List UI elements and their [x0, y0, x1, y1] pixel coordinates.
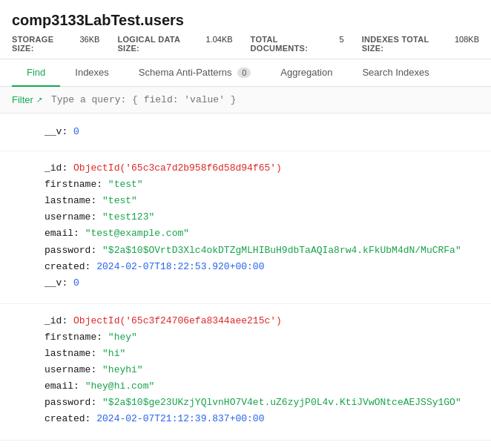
field-line: username: "test123": [45, 209, 476, 225]
field-value: "test@example.com": [85, 228, 189, 239]
field-value: "hey": [108, 332, 137, 343]
filter-label: Filter: [12, 94, 33, 105]
field-line: password: "$2a$10$ge23UKzjYQlvnHO7V4et.u…: [45, 395, 476, 411]
filter-button[interactable]: Filter ↗: [12, 94, 42, 105]
field-key: lastname:: [45, 195, 96, 206]
meta-value: 108KB: [455, 35, 479, 53]
field-line: created: 2024-02-07T18:22:53.920+00:00: [45, 259, 476, 275]
field-line: __v: 0: [45, 124, 476, 140]
tab-bar: FindIndexesSchema Anti-Patterns 0Aggrega…: [0, 59, 491, 87]
field-line: __v: 0: [45, 275, 476, 291]
field-key: _id:: [45, 162, 67, 174]
filter-input[interactable]: [51, 94, 479, 105]
field-value: "hey@hi.com": [85, 381, 155, 392]
tab-schema-anti-patterns[interactable]: Schema Anti-Patterns 0: [124, 59, 266, 87]
page-header: comp3133LabTest.users STORAGE SIZE:36KBL…: [0, 0, 491, 59]
field-value: "$2a$10$ge23UKzjYQlvnHO7V4et.uZ6zyjP0L4v…: [102, 397, 461, 408]
field-line: _id: ObjectId('65c3ca7d2b958f6d58d94f65'…: [45, 160, 476, 177]
meta-label: INDEXES TOTAL SIZE:: [362, 35, 452, 53]
field-value: "hi": [102, 348, 125, 359]
meta-item: LOGICAL DATA SIZE:1.04KB: [117, 35, 232, 53]
field-value: 0: [73, 277, 79, 289]
field-value: 2024-02-07T18:22:53.920+00:00: [96, 261, 264, 272]
field-line: password: "$2a$10$OVrtD3Xlc4okDTZgMLHIBu…: [45, 243, 476, 259]
field-key: __v:: [45, 126, 67, 137]
field-key: email:: [45, 228, 79, 239]
field-line: firstname: "hey": [45, 329, 476, 346]
document-item: __v: 0: [0, 113, 491, 151]
field-key: username:: [45, 211, 96, 223]
page-title: comp3133LabTest.users: [12, 12, 479, 29]
field-value: "$2a$10$OVrtD3Xlc4okDTZgMLHIBuH9dbTaAQIa…: [102, 245, 461, 256]
meta-item: STORAGE SIZE:36KB: [12, 35, 99, 53]
field-line: lastname: "test": [45, 193, 476, 209]
field-key: __v:: [45, 277, 67, 289]
meta-item: INDEXES TOTAL SIZE:108KB: [362, 35, 479, 53]
field-key: password:: [45, 397, 96, 408]
document-item: _id: ObjectId('65c3ca7d2b958f6d58d94f65'…: [0, 151, 491, 304]
meta-value: 5: [340, 35, 344, 53]
field-key: lastname:: [45, 348, 96, 359]
meta-value: 36KB: [79, 35, 99, 53]
field-line: email: "hey@hi.com": [45, 378, 476, 395]
field-value: "test": [102, 195, 137, 206]
field-line: _id: ObjectId('65c3f24706efa8344aee215c'…: [45, 313, 476, 329]
field-value: 0: [73, 126, 79, 137]
field-key: firstname:: [45, 179, 102, 190]
meta-label: LOGICAL DATA SIZE:: [117, 35, 202, 53]
field-value: ObjectId('65c3f24706efa8344aee215c'): [73, 315, 282, 326]
meta-label: TOTAL DOCUMENTS:: [251, 35, 337, 53]
results-container: __v: 0_id: ObjectId('65c3ca7d2b958f6d58d…: [0, 113, 491, 441]
filter-bar: Filter ↗: [0, 87, 491, 113]
meta-row: STORAGE SIZE:36KBLOGICAL DATA SIZE:1.04K…: [12, 35, 479, 53]
badge: 0: [237, 67, 251, 78]
field-line: email: "test@example.com": [45, 225, 476, 242]
tab-find[interactable]: Find: [12, 59, 60, 87]
field-value: "heyhi": [102, 364, 143, 375]
meta-item: TOTAL DOCUMENTS:5: [251, 35, 344, 53]
external-link-icon: ↗: [36, 96, 42, 104]
field-key: username:: [45, 364, 96, 375]
field-key: firstname:: [45, 332, 102, 343]
tab-indexes[interactable]: Indexes: [60, 59, 124, 87]
field-line: created: 2024-02-07T21:12:39.837+00:00: [45, 411, 476, 427]
field-key: _id:: [45, 315, 67, 326]
field-key: password:: [45, 245, 96, 256]
field-key: email:: [45, 381, 79, 392]
tab-search-indexes[interactable]: Search Indexes: [347, 59, 444, 87]
tab-aggregation[interactable]: Aggregation: [266, 59, 347, 87]
meta-value: 1.04KB: [206, 35, 233, 53]
field-line: lastname: "hi": [45, 346, 476, 362]
field-line: firstname: "test": [45, 177, 476, 193]
document-item: _id: ObjectId('65c3f24706efa8344aee215c'…: [0, 304, 491, 441]
field-value: "test": [108, 179, 143, 190]
field-value: ObjectId('65c3ca7d2b958f6d58d94f65'): [73, 162, 282, 174]
field-key: created:: [45, 413, 90, 424]
field-key: created:: [45, 261, 90, 272]
field-value: 2024-02-07T21:12:39.837+00:00: [96, 413, 264, 424]
meta-label: STORAGE SIZE:: [12, 35, 76, 53]
field-line: username: "heyhi": [45, 362, 476, 378]
field-value: "test123": [102, 211, 154, 223]
